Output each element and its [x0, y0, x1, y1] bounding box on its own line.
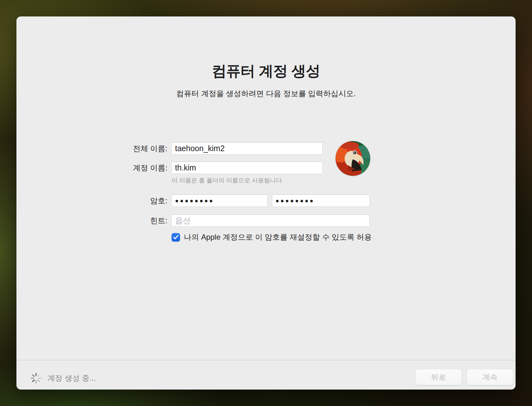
page-subtitle: 컴퓨터 계정을 생성하려면 다음 정보를 입력하십시오.: [16, 89, 516, 99]
full-name-label: 전체 이름:: [95, 142, 167, 155]
parrot-avatar-image: [336, 141, 370, 176]
password-label: 암호:: [95, 194, 167, 207]
continue-button[interactable]: 계속: [467, 369, 513, 385]
checkmark-icon: [173, 235, 178, 239]
footer-divider: [16, 360, 516, 360]
hint-label: 힌트:: [95, 214, 167, 227]
setup-assistant-window: 컴퓨터 계정 생성 컴퓨터 계정을 생성하려면 다음 정보를 입력하십시오. 전…: [16, 16, 516, 390]
apple-reset-label: 나의 Apple 계정으로 이 암호를 재설정할 수 있도록 허용: [184, 232, 372, 242]
apple-reset-row: 나의 Apple 계정으로 이 암호를 재설정할 수 있도록 허용: [172, 232, 372, 242]
account-name-helper: 이 이름은 홈 폴더의 이름으로 사용됩니다.: [172, 176, 284, 185]
status-text: 계정 생성 중...: [47, 373, 96, 383]
hint-input[interactable]: [172, 214, 370, 227]
page-title: 컴퓨터 계정 생성: [16, 61, 516, 81]
password-input[interactable]: [172, 194, 268, 207]
account-avatar[interactable]: [336, 141, 370, 176]
apple-reset-checkbox[interactable]: [172, 233, 180, 242]
back-button[interactable]: 뒤로: [415, 369, 462, 385]
full-name-input[interactable]: [172, 142, 323, 155]
account-name-label: 계정 이름:: [95, 162, 167, 174]
status-row: 계정 생성 중...: [30, 372, 96, 384]
spinner-icon: [30, 372, 42, 384]
account-name-input[interactable]: [172, 162, 323, 174]
password-verify-input[interactable]: [272, 194, 370, 207]
